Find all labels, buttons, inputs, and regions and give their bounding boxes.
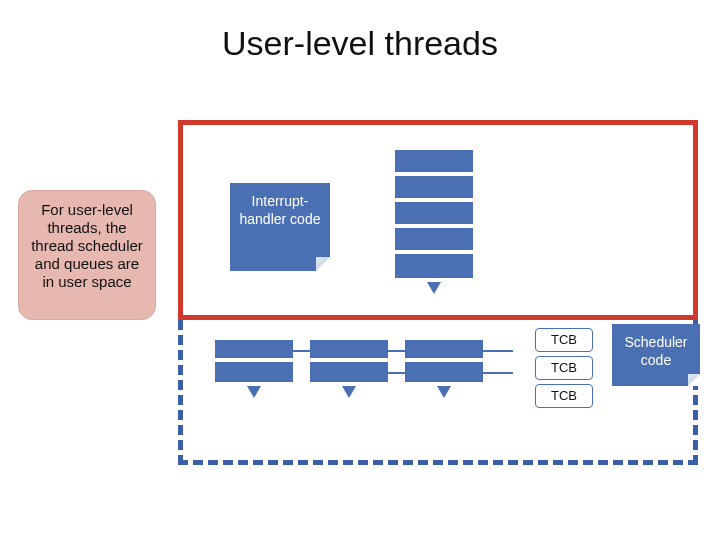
kernel-stack-seg xyxy=(395,228,473,252)
connector-line xyxy=(388,372,513,374)
thread-stack-seg xyxy=(310,362,388,382)
kernel-stack-seg xyxy=(395,150,473,174)
kernel-stack-arrow-icon xyxy=(427,282,441,294)
tcb-box: TCB xyxy=(535,328,593,352)
tcb-box: TCB xyxy=(535,384,593,408)
kernel-stack-seg xyxy=(395,176,473,200)
interrupt-handler-box: Interrupt-handler code xyxy=(230,183,330,271)
kernel-stack-seg xyxy=(395,254,473,278)
thread-stack-arrow-icon xyxy=(437,386,451,398)
thread-stack-seg xyxy=(215,340,293,360)
scheduler-code-box: Scheduler code xyxy=(612,324,700,386)
thread-stack-arrow-icon xyxy=(247,386,261,398)
thread-stack-arrow-icon xyxy=(342,386,356,398)
connector-line xyxy=(293,350,513,352)
tcb-box: TCB xyxy=(535,356,593,380)
slide-title: User-level threads xyxy=(0,24,720,63)
kernel-stack-seg xyxy=(395,202,473,226)
callout-note: For user-level threads, the thread sched… xyxy=(18,190,156,320)
thread-stack-seg xyxy=(215,362,293,382)
